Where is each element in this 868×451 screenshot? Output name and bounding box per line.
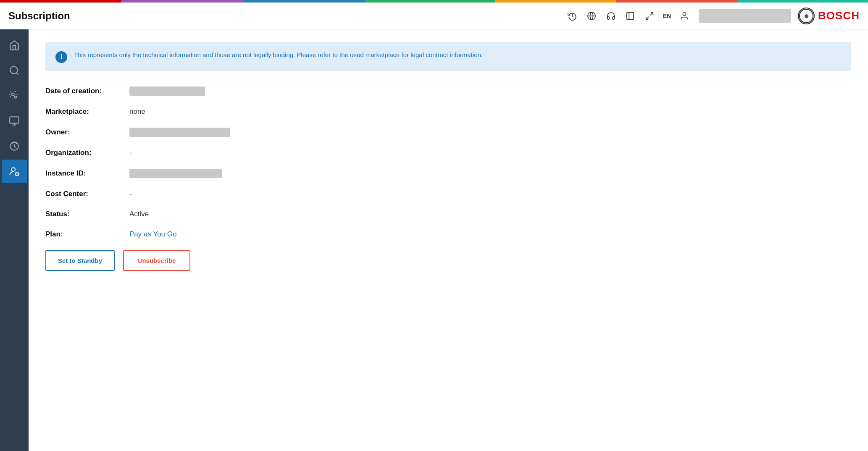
content-area: i This represents only the technical inf… — [29, 29, 868, 451]
instance-id-value — [129, 169, 222, 178]
marketplace-row: Marketplace: none — [45, 108, 851, 116]
svg-line-4 — [650, 12, 652, 15]
bosch-brand-name: BOSCH — [818, 9, 860, 22]
history-icon[interactable] — [566, 10, 578, 22]
svg-rect-13 — [10, 117, 19, 123]
sidebar — [0, 29, 29, 451]
organization-label: Organization: — [45, 149, 129, 157]
svg-text:⊛: ⊛ — [804, 13, 809, 19]
page-title: Subscription — [8, 10, 70, 22]
svg-point-6 — [683, 12, 686, 15]
bosch-logo: ⊛ BOSCH — [798, 8, 860, 24]
unsubscribe-button[interactable]: Unsubscribe — [123, 250, 190, 271]
owner-label: Owner: — [45, 128, 129, 136]
marketplace-value: none — [129, 108, 145, 116]
plan-row: Plan: Pay as You Go — [45, 230, 851, 239]
sidebar-item-user-settings[interactable] — [2, 160, 27, 183]
svg-rect-2 — [626, 12, 634, 19]
language-selector[interactable]: EN — [663, 13, 671, 19]
search-bar — [699, 9, 791, 23]
svg-line-5 — [646, 16, 648, 19]
owner-row: Owner: — [45, 128, 851, 137]
set-to-standby-button[interactable]: Set to Standby — [45, 250, 115, 271]
user-icon[interactable] — [679, 10, 690, 22]
status-label: Status: — [45, 210, 129, 218]
sidebar-item-search[interactable] — [2, 59, 27, 82]
expand-icon[interactable] — [644, 10, 655, 22]
info-icon: i — [55, 51, 67, 63]
marketplace-label: Marketplace: — [45, 108, 129, 116]
svg-point-9 — [10, 66, 17, 73]
plan-label: Plan: — [45, 230, 129, 239]
svg-point-17 — [12, 168, 16, 171]
sidebar-item-home[interactable] — [2, 34, 27, 57]
date-of-creation-label: Date of creation: — [45, 87, 129, 95]
info-banner-text: This represents only the technical infor… — [74, 50, 483, 60]
status-value: Active — [129, 210, 149, 218]
svg-line-10 — [16, 73, 18, 75]
info-banner: i This represents only the technical inf… — [45, 42, 851, 71]
panel-icon[interactable] — [624, 10, 636, 22]
cost-center-value: - — [129, 190, 132, 198]
date-of-creation-row: Date of creation: — [45, 87, 851, 96]
status-row: Status: Active — [45, 210, 851, 218]
instance-id-label: Instance ID: — [45, 169, 129, 178]
cost-center-label: Cost Center: — [45, 190, 129, 198]
sidebar-item-sync[interactable] — [2, 134, 27, 158]
plan-value[interactable]: Pay as You Go — [129, 230, 176, 239]
header-icons: EN — [566, 10, 690, 22]
headset-icon[interactable] — [605, 10, 617, 22]
main-layout: i This represents only the technical inf… — [0, 29, 868, 451]
header: Subscription — [0, 3, 868, 29]
organization-value: - — [129, 149, 132, 157]
sidebar-item-device[interactable] — [2, 109, 27, 133]
date-of-creation-value — [129, 87, 205, 96]
owner-value — [129, 128, 230, 137]
globe-icon[interactable] — [586, 10, 597, 22]
bosch-circle-icon: ⊛ — [798, 8, 815, 24]
organization-row: Organization: - — [45, 149, 851, 157]
instance-id-row: Instance ID: — [45, 169, 851, 178]
cost-center-row: Cost Center: - — [45, 190, 851, 198]
action-buttons: Set to Standby Unsubscribe — [45, 250, 851, 271]
svg-point-11 — [12, 93, 15, 96]
sidebar-item-settings[interactable] — [2, 84, 27, 108]
